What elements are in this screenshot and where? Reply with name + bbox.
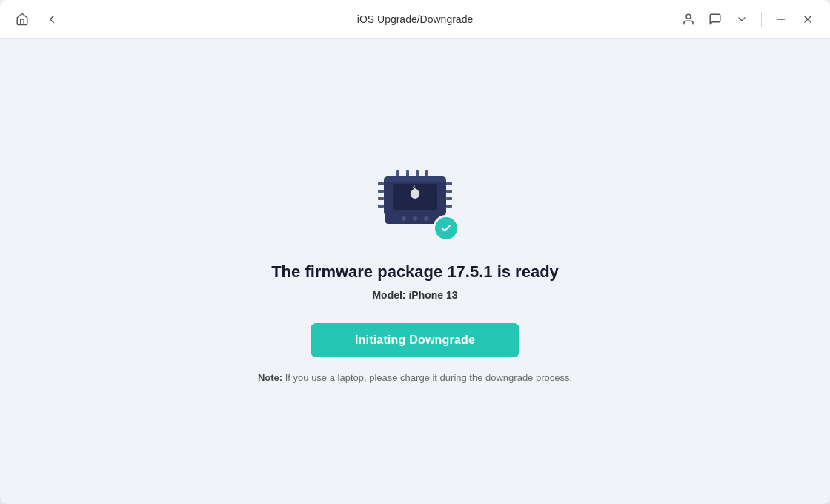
svg-rect-14 [378, 205, 384, 208]
close-button[interactable] [797, 9, 818, 30]
svg-point-6 [413, 216, 417, 221]
note-text: Note: If you use a laptop, please charge… [258, 372, 572, 383]
svg-point-5 [402, 216, 406, 221]
titlebar-left [12, 9, 281, 30]
svg-point-7 [424, 216, 428, 221]
chevron-down-icon-button[interactable] [731, 9, 752, 30]
svg-point-0 [686, 14, 691, 19]
svg-rect-9 [384, 176, 446, 182]
svg-rect-16 [446, 190, 452, 193]
svg-rect-19 [396, 170, 399, 176]
svg-rect-13 [378, 197, 384, 200]
firmware-icon-container [371, 160, 459, 242]
app-window: iOS Upgrade/Downgrade [0, 0, 830, 504]
minimize-button[interactable] [771, 9, 791, 30]
home-button[interactable] [12, 9, 33, 30]
svg-rect-18 [446, 205, 452, 208]
svg-rect-15 [446, 182, 452, 185]
user-icon-button[interactable] [678, 9, 699, 30]
check-badge-icon [433, 215, 459, 242]
titlebar-right [549, 9, 818, 30]
svg-rect-11 [378, 182, 384, 185]
svg-rect-22 [425, 170, 428, 176]
chat-icon-button[interactable] [705, 9, 726, 30]
note-content: If you use a laptop, please charge it du… [285, 372, 572, 383]
window-title: iOS Upgrade/Downgrade [281, 13, 550, 25]
model-info: Model: iPhone 13 [372, 289, 457, 301]
main-content: The firmware package 17.5.1 is ready Mod… [0, 39, 830, 504]
svg-rect-21 [416, 170, 419, 176]
back-button[interactable] [42, 9, 62, 30]
titlebar: iOS Upgrade/Downgrade [0, 0, 830, 39]
svg-rect-17 [446, 197, 452, 200]
svg-rect-20 [406, 170, 409, 176]
note-label: Note: [258, 372, 282, 383]
initiating-downgrade-button[interactable]: Initiating Downgrade [311, 323, 519, 357]
firmware-title: The firmware package 17.5.1 is ready [271, 262, 559, 282]
svg-rect-12 [378, 190, 384, 193]
model-label: Model: [372, 289, 405, 301]
model-value: iPhone 13 [408, 289, 457, 301]
titlebar-divider [761, 12, 762, 27]
title-text: iOS Upgrade/Downgrade [357, 13, 473, 25]
